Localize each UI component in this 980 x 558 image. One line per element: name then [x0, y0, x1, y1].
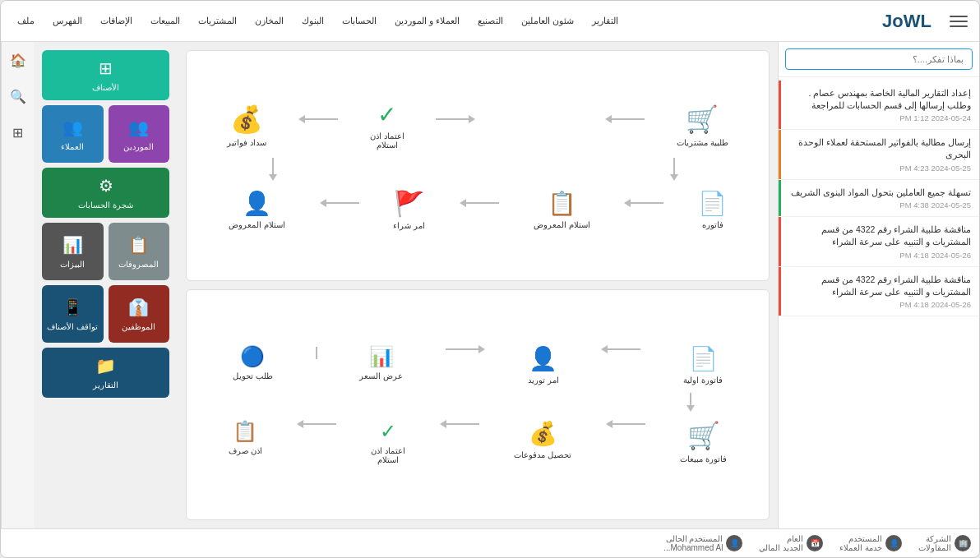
node-label-receive-items: استلام المعروض	[534, 220, 590, 229]
nav-manufacturing[interactable]: التصنيع	[469, 11, 511, 31]
nav-items: ملف الفهرس الإضافات المبيعات المشتريات ا…	[9, 11, 626, 31]
nav-warehouses[interactable]: المخازن	[247, 11, 292, 31]
company-title: الشركة	[918, 534, 951, 543]
status-company: 🏢 الشركة المقاولات	[918, 534, 971, 552]
notification-item[interactable]: إرسال مطالبة بالفواتير المستحقة لعملاء ا…	[779, 130, 979, 179]
company-value: المقاولات	[918, 543, 951, 552]
notification-date: 2024-05-25 4:23 PM	[787, 164, 971, 173]
nav-reports[interactable]: التقارير	[584, 11, 626, 31]
notification-item[interactable]: مناقشة طلبية الشراء رقم 4322 من قسم المش…	[779, 217, 979, 266]
account-tree-label: شجرة الحسابات	[78, 201, 133, 210]
revenues-label: البيزات	[60, 260, 85, 269]
notification-list: إعداد التقارير المالية الخاصة بمهندس عصا…	[779, 77, 979, 528]
nav-sales[interactable]: المبيعات	[142, 11, 188, 31]
suppliers-icon: 👥	[128, 118, 149, 137]
notification-date: 2024-05-24 1:12 PM	[787, 113, 971, 122]
top-navigation: JoWL ملف الفهرس الإضافات المبيعات المشتر…	[1, 1, 979, 42]
status-account: 👤 المستخدم الحالى Mohammed Al...	[663, 534, 742, 552]
company-icon: 🏢	[955, 535, 971, 551]
home-icon[interactable]: 🏠	[8, 50, 28, 70]
account-tree-icon: ⚙	[99, 176, 113, 196]
customers-icon: 👥	[62, 118, 83, 137]
search-box	[779, 42, 979, 77]
notification-title: إرسال مطالبة بالفواتير المستحقة لعملاء ا…	[787, 136, 971, 160]
expenses-label: المصروفات	[118, 260, 159, 269]
notification-item[interactable]: مناقشة طلبية الشراء رقم 4322 من قسم المش…	[779, 267, 979, 316]
node-label-supply-order: امر توريد	[528, 376, 559, 385]
nav-additions[interactable]: الإضافات	[92, 11, 141, 31]
year-title: العام	[759, 534, 803, 543]
account-value: Mohammed Al...	[663, 543, 723, 552]
user-label: المستخدم خدمة العملاء	[839, 534, 882, 552]
tile-customers[interactable]: 👥 العملاء	[42, 105, 104, 163]
status-year: 📅 العام الجديد المالي	[759, 534, 823, 552]
notification-date: 2024-05-26 4:18 PM	[787, 251, 971, 260]
nav-purchases[interactable]: المشتريات	[190, 11, 245, 31]
notification-title: مناقشة طلبية الشراء رقم 4322 من قسم المش…	[787, 274, 971, 297]
search-input[interactable]	[785, 48, 973, 70]
employees-label: الموظفين	[122, 322, 155, 331]
tile-reports[interactable]: 📁 التقارير	[42, 348, 169, 398]
user-title: المستخدم	[839, 534, 882, 543]
notification-date: 2024-05-26 4:18 PM	[787, 300, 971, 309]
item-stops-icon: 📱	[62, 297, 83, 317]
suppliers-label: الموردين	[123, 142, 154, 151]
notification-panel: إعداد التقارير المالية الخاصة بمهندس عصا…	[778, 42, 979, 528]
right-sidebar: 🏠 🔍 ⊞	[1, 42, 34, 528]
notification-title: تسهلة جميع العاملين بتحول المواد البنوى …	[787, 187, 971, 199]
items-label: الأصناف	[92, 83, 119, 92]
item-stops-label: تواقف الأصناف	[47, 322, 98, 331]
quick-access-grid: ⊞ الأصناف 👥 الموردين 👥 العملاء ⚙ شجرة ال…	[42, 50, 169, 398]
notification-title: مناقشة طلبية الشراء رقم 4322 من قسم المش…	[787, 224, 971, 247]
reports-label: التقارير	[93, 380, 118, 390]
notification-item[interactable]: تسهلة جميع العاملين بتحول المواد البنوى …	[779, 180, 979, 218]
workflow-panel-sales: 📄 فاتورة اولية 👤 امر تور	[186, 289, 770, 520]
node-label-approval2: اعتماد اذناستلام	[371, 446, 405, 464]
year-label: العام الجديد المالي	[759, 534, 803, 552]
tile-items[interactable]: ⊞ الأصناف	[42, 50, 169, 100]
status-bar: 👤 المستخدم الحالى Mohammed Al... 📅 العام…	[1, 528, 979, 557]
node-label-collect-payments: تحصيل مدفوعات	[514, 450, 571, 459]
nav-index[interactable]: الفهرس	[44, 11, 90, 31]
node-label-disbursement: اذن صرف	[229, 446, 262, 455]
user-icon: 👤	[885, 535, 902, 551]
nav-accounts[interactable]: الحسابات	[334, 11, 385, 31]
customers-label: العملاء	[61, 142, 84, 151]
notification-item[interactable]: إعداد التقارير المالية الخاصة بمهندس عصا…	[779, 81, 979, 130]
node-label-receive-offers: استلام المعروض	[229, 220, 285, 229]
node-label-preliminary-invoice: فاتورة اولية	[683, 376, 723, 385]
tile-account-tree[interactable]: ⚙ شجرة الحسابات	[42, 168, 169, 218]
year-value: الجديد المالي	[759, 543, 803, 552]
tile-expenses[interactable]: 📋 المصروفات	[109, 223, 170, 280]
expenses-icon: 📋	[128, 235, 149, 255]
tile-employees[interactable]: 👔 الموظفين	[109, 285, 170, 343]
revenues-icon: 📊	[62, 235, 83, 255]
status-user: 👤 المستخدم خدمة العملاء	[839, 534, 902, 552]
nav-employees[interactable]: شئون العاملين	[513, 11, 582, 31]
nav-file[interactable]: ملف	[9, 11, 43, 31]
tile-item-stops[interactable]: 📱 تواقف الأصناف	[42, 285, 104, 343]
search-icon[interactable]: 🔍	[8, 86, 28, 106]
nav-customers-suppliers[interactable]: العملاء و الموردين	[386, 11, 468, 31]
nav-banks[interactable]: البنوك	[294, 11, 332, 31]
node-label-sales-invoice: فاتورة مبيعات	[680, 454, 727, 463]
year-icon: 📅	[807, 535, 823, 551]
node-label-price-display: عرض السعر	[359, 371, 403, 380]
node-label-purchase-request: طلبية مشتريات	[677, 138, 728, 147]
node-label-pay-invoices: سداد فواتير	[227, 138, 266, 147]
items-icon: ⊞	[99, 58, 113, 78]
user-value: خدمة العملاء	[839, 543, 882, 552]
workflow-container: 🛒 طلبية مشتريات	[178, 42, 778, 528]
hamburger-menu[interactable]	[946, 9, 971, 34]
account-avatar: 👤	[726, 535, 742, 551]
node-label-approval: اعتماد اذناستلام	[370, 131, 404, 150]
tile-revenues[interactable]: 📊 البيزات	[42, 223, 104, 280]
center-area: 🛒 طلبية مشتريات	[178, 42, 778, 528]
status-items: 👤 المستخدم الحالى Mohammed Al... 📅 العام…	[663, 534, 971, 552]
node-label-transfer-request: طلب تحويل	[233, 371, 273, 380]
tile-suppliers[interactable]: 👥 الموردين	[109, 105, 170, 163]
main-content: إعداد التقارير المالية الخاصة بمهندس عصا…	[1, 42, 979, 528]
grid-icon[interactable]: ⊞	[8, 122, 28, 142]
reports-icon: 📁	[95, 356, 116, 376]
notification-date: 2024-05-25 4:38 PM	[787, 201, 971, 210]
